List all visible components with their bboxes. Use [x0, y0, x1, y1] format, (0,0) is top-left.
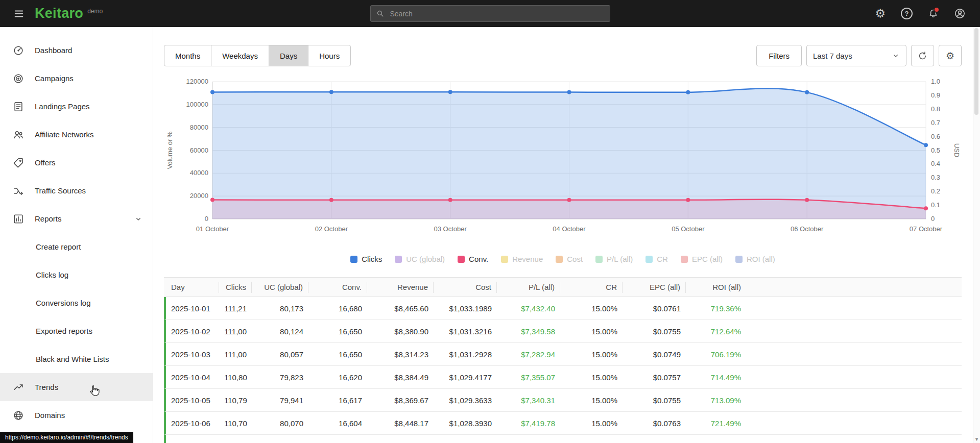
- search-icon: [376, 9, 385, 18]
- cell-day: 2025-10-04: [166, 373, 219, 382]
- sidebar-item-label: Domains: [35, 411, 65, 420]
- sidebar-item-affiliate-networks[interactable]: Affiliate Networks: [0, 120, 153, 149]
- column-header-revenue[interactable]: Revenue: [367, 282, 434, 293]
- legend-item-p-l-all[interactable]: P/L (all): [595, 255, 633, 263]
- legend-label: EPC (all): [692, 255, 723, 263]
- svg-text:07 October: 07 October: [910, 225, 943, 233]
- legend-item-conv[interactable]: Conv.: [458, 255, 488, 263]
- legend-item-clicks[interactable]: Clicks: [350, 255, 382, 263]
- chart-settings-button[interactable]: ⚙: [939, 45, 962, 66]
- legend-label: CR: [657, 255, 668, 263]
- cell-p-l-all: $7,340.31: [497, 396, 560, 405]
- search-input[interactable]: [389, 9, 605, 18]
- cell-cr: 15.00%: [560, 350, 623, 359]
- legend-item-roi-all[interactable]: ROI (all): [735, 255, 775, 263]
- sidebar-nav: DashboardCampaignsLandings PagesAffiliat…: [0, 27, 153, 429]
- table-row: 2025-10-05110,7979,94116,617$8,369.67$1,…: [164, 389, 962, 412]
- legend-item-uc-global[interactable]: UC (global): [395, 255, 445, 263]
- legend-label: UC (global): [406, 255, 445, 263]
- scroll-down-icon[interactable]: ▾: [973, 436, 980, 442]
- table-header-row: DayClicksUC (global)Conv.RevenueCostP/L …: [164, 277, 962, 297]
- cell-conv: 16,620: [308, 373, 367, 382]
- sidebar-item-reports[interactable]: Reports: [0, 205, 153, 233]
- refresh-icon: [918, 51, 927, 61]
- filters-button[interactable]: Filters: [756, 45, 802, 66]
- legend-swatch: [681, 256, 688, 263]
- sidebar-item-label: Trends: [35, 383, 58, 391]
- svg-text:20000: 20000: [190, 192, 208, 200]
- svg-text:0: 0: [931, 215, 935, 223]
- scrollbar[interactable]: ▾: [973, 27, 980, 443]
- sidebar-item-label: Exported reports: [36, 327, 92, 335]
- sidebar-item-dashboard[interactable]: Dashboard: [0, 36, 153, 64]
- tab-weekdays[interactable]: Weekdays: [211, 45, 269, 66]
- column-header-cr[interactable]: CR: [560, 282, 623, 293]
- cell-epc-all: $0.0755: [623, 396, 686, 405]
- sidebar-item-landings-pages[interactable]: Landings Pages: [0, 92, 153, 120]
- cell-day: 2025-10-02: [166, 327, 219, 336]
- column-header-p-l-all[interactable]: P/L (all): [497, 282, 560, 293]
- date-range-select[interactable]: Last 7 days: [806, 45, 906, 66]
- sidebar-item-clicks-log[interactable]: Clicks log: [0, 261, 153, 289]
- bell-icon[interactable]: [928, 8, 939, 19]
- svg-text:04 October: 04 October: [553, 225, 586, 233]
- sidebar-item-domains[interactable]: Domains: [0, 401, 153, 429]
- legend-label: ROI (all): [747, 255, 775, 263]
- sidebar-item-offers[interactable]: Offers: [0, 149, 153, 177]
- search-box[interactable]: [370, 5, 610, 22]
- sidebar-item-traffic-sources[interactable]: Traffic Sources: [0, 177, 153, 205]
- column-header-uc-global[interactable]: UC (global): [252, 282, 308, 293]
- svg-text:80000: 80000: [190, 124, 208, 131]
- gear-icon[interactable]: ⚙: [875, 8, 886, 19]
- sidebar-item-campaigns[interactable]: Campaigns: [0, 64, 153, 92]
- legend-swatch: [458, 256, 465, 263]
- svg-text:1.0: 1.0: [931, 78, 940, 85]
- user-icon[interactable]: [954, 8, 966, 19]
- svg-text:0.5: 0.5: [931, 146, 940, 154]
- column-header-conv[interactable]: Conv.: [308, 282, 367, 293]
- sidebar-item-conversions-log[interactable]: Conversions log: [0, 289, 153, 317]
- sidebar-item-black-and-white-lists[interactable]: Black and White Lists: [0, 345, 153, 373]
- toolbar: MonthsWeekdaysDaysHours Filters Last 7 d…: [164, 45, 962, 66]
- cell-revenue: $8,369.67: [367, 396, 434, 405]
- svg-text:0: 0: [205, 215, 208, 223]
- column-header-clicks[interactable]: Clicks: [219, 282, 252, 293]
- offers-icon: [12, 157, 25, 169]
- chart-legend: ClicksUC (global)Conv.RevenueCostP/L (al…: [164, 255, 962, 263]
- tab-months[interactable]: Months: [164, 45, 211, 66]
- logo-wrap[interactable]: Keitaro demo: [35, 7, 103, 20]
- cell-revenue: $8,465.60: [367, 304, 434, 313]
- svg-text:0.7: 0.7: [931, 119, 940, 127]
- column-header-roi-all[interactable]: ROI (all): [686, 282, 746, 293]
- scrollbar-thumb[interactable]: [974, 28, 978, 115]
- cell-day: 2025-10-05: [166, 396, 219, 405]
- sidebar-item-exported-reports[interactable]: Exported reports: [0, 317, 153, 345]
- affiliate-networks-icon: [12, 129, 25, 141]
- table-body: 2025-10-01111,2180,17316,680$8,465.60$1,…: [164, 297, 962, 443]
- main-content: MonthsWeekdaysDaysHours Filters Last 7 d…: [153, 27, 980, 443]
- svg-text:120000: 120000: [186, 78, 208, 85]
- column-header-day[interactable]: Day: [166, 282, 219, 293]
- legend-swatch: [735, 256, 743, 263]
- tab-hours[interactable]: Hours: [308, 45, 351, 66]
- status-url-bar: https://demo.keitaro.io/admin/#!/trends/…: [0, 432, 133, 443]
- topbar: Keitaro demo ⚙ ?: [0, 0, 980, 27]
- legend-item-cost[interactable]: Cost: [556, 255, 583, 263]
- tab-days[interactable]: Days: [269, 45, 308, 66]
- refresh-button[interactable]: [911, 45, 934, 66]
- legend-item-epc-all[interactable]: EPC (all): [681, 255, 723, 263]
- cell-roi-all: 719.36%: [686, 304, 746, 313]
- chart-settings-icon: ⚙: [946, 51, 954, 61]
- sidebar-item-create-report[interactable]: Create report: [0, 233, 153, 261]
- sidebar-item-label: Create report: [36, 242, 81, 251]
- column-header-epc-all[interactable]: EPC (all): [623, 282, 686, 293]
- menu-icon[interactable]: [10, 5, 28, 22]
- svg-text:0.4: 0.4: [931, 160, 940, 167]
- legend-item-cr[interactable]: CR: [646, 255, 668, 263]
- legend-item-revenue[interactable]: Revenue: [501, 255, 543, 263]
- svg-text:0.9: 0.9: [931, 91, 940, 99]
- help-icon[interactable]: ?: [901, 8, 913, 19]
- cell-cr: 15.00%: [560, 396, 623, 405]
- sidebar-item-trends[interactable]: Trends: [0, 373, 153, 401]
- column-header-cost[interactable]: Cost: [434, 282, 497, 293]
